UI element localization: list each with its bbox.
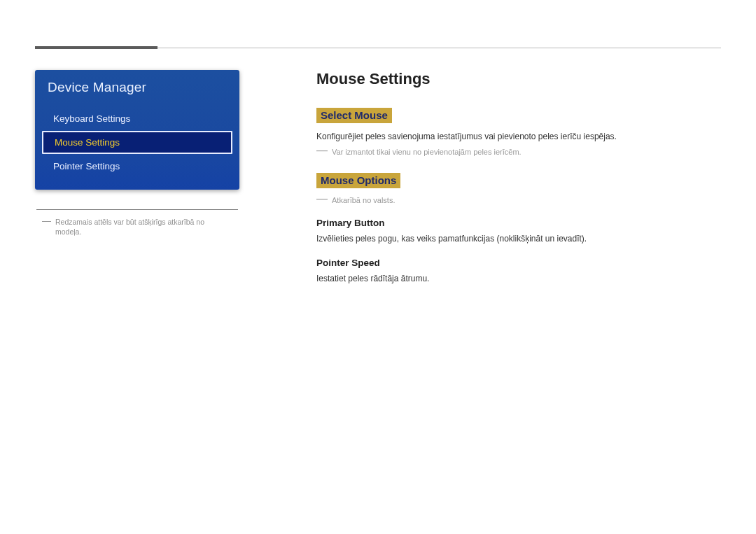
section-heading: Select Mouse [316,108,392,123]
section-note: ― Atkarībā no valsts. [316,195,721,206]
sidebar-column: Device Manager Keyboard Settings Mouse S… [35,70,239,289]
sidebar-footnote-text: Redzamais attēls var būt atšķirīgs atkar… [55,217,232,237]
main-column: Mouse Settings Select Mouse Konfigurējie… [316,70,721,289]
sidebar-item-label: Pointer Settings [53,161,120,171]
sidebar-item-pointer-settings[interactable]: Pointer Settings [35,155,239,177]
header-accent [35,46,158,49]
sidebar-divider [36,209,238,210]
section-body: Konfigurējiet peles savienojuma iestatīj… [316,130,721,143]
panel-title: Device Manager [35,70,239,108]
section-note: ― Var izmantot tikai vienu no pievienota… [316,147,721,157]
dash-icon: ― [316,145,328,156]
section-mouse-options: Mouse Options ― Atkarībā no valsts. Prim… [316,173,721,284]
section-note-text: Atkarībā no valsts. [332,195,396,206]
section-heading: Mouse Options [316,173,400,188]
page: Device Manager Keyboard Settings Mouse S… [0,0,756,534]
sidebar-item-mouse-settings[interactable]: Mouse Settings [42,131,232,154]
page-title: Mouse Settings [316,70,721,88]
dash-icon: ― [316,193,328,204]
content-row: Device Manager Keyboard Settings Mouse S… [35,70,721,289]
sidebar-item-label: Keyboard Settings [53,113,130,124]
section-select-mouse: Select Mouse Konfigurējiet peles savieno… [316,108,721,157]
subsection-body: Izvēlieties peles pogu, kas veiks pamatf… [316,232,721,245]
device-manager-panel: Device Manager Keyboard Settings Mouse S… [35,70,239,190]
subsection-heading-pointer-speed: Pointer Speed [316,258,721,268]
sidebar-item-label: Mouse Settings [55,137,120,148]
subsection-body: Iestatiet peles rādītāja ātrumu. [316,272,721,285]
subsection-heading-primary-button: Primary Button [316,218,721,228]
section-note-text: Var izmantot tikai vienu no pievienotajā… [332,147,522,157]
sidebar-footnote: ― Redzamais attēls var būt atšķirīgs atk… [42,217,232,237]
sidebar-item-keyboard-settings[interactable]: Keyboard Settings [35,108,239,129]
dash-icon: ― [42,216,51,225]
